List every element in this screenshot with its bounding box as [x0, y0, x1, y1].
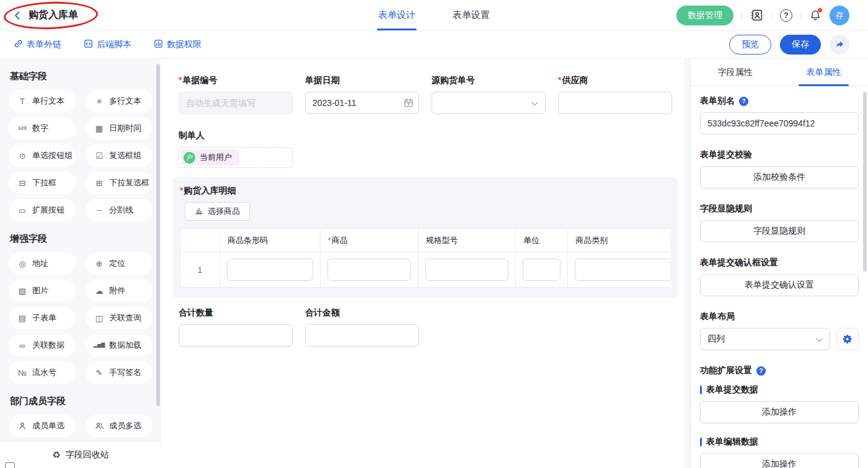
field-button-member-multi[interactable]: 成员多选 [86, 415, 153, 437]
field-button-label: 下拉框 [32, 177, 56, 188]
total-qty-input[interactable] [179, 324, 293, 347]
layout-settings-button[interactable] [836, 328, 859, 350]
field-button-label: 数据加载 [109, 340, 141, 351]
source-order-select[interactable] [432, 92, 546, 114]
submit-data-add-button[interactable]: 添加操作 [700, 401, 859, 423]
number-icon: 123 [17, 126, 27, 131]
detail-table-wrapper: 商品条形码 *商品 规格型号 单位 商品类别 1 [180, 228, 670, 288]
creator-value-box[interactable]: 户 当前用户 [179, 147, 293, 168]
field-button-label: 扩展按钮 [32, 205, 64, 216]
column-header-spec: 规格型号 [418, 229, 516, 252]
field-source-order[interactable]: 源购货单号 [432, 75, 546, 114]
top-header: 购货入库单 表单设计 表单设置 数据管理 ? 存 [0, 0, 868, 31]
field-doc-no[interactable]: *单据编号 [179, 75, 293, 114]
save-button[interactable]: 保存 [780, 35, 821, 55]
script-icon [84, 39, 93, 50]
spec-input[interactable] [425, 258, 509, 281]
visibility-rules-button[interactable]: 字段显隐规则 [700, 220, 859, 242]
field-button-locate[interactable]: ⊕定位 [86, 252, 153, 275]
source-order-label: 源购货单号 [432, 75, 475, 85]
field-button-single-line-text[interactable]: T单行文本 [9, 90, 76, 112]
external-link-action[interactable]: 表单外链 [14, 39, 61, 50]
field-button-label: 流水号 [32, 367, 56, 378]
divider [771, 11, 772, 20]
add-validation-button[interactable]: 添加校验条件 [700, 166, 859, 188]
field-button-extend-button[interactable]: ▭扩展按钮 [9, 199, 76, 221]
alias-help-icon[interactable]: ? [739, 97, 748, 106]
doc-date-label: 单据日期 [305, 75, 340, 85]
image-icon: ▧ [17, 287, 27, 295]
field-button-label: 数字 [32, 123, 48, 134]
field-button-label: 单行文本 [32, 95, 64, 107]
field-recycle-bin[interactable]: ♻ 字段回收站 [0, 442, 161, 468]
notification-dot [818, 8, 822, 12]
extension-help-icon[interactable]: ? [756, 366, 766, 376]
field-button-signature[interactable]: ✎手写签名 [86, 361, 153, 384]
edit-data-add-button[interactable]: 添加操作 [700, 453, 859, 468]
field-button-member-single[interactable]: 成员单选 [9, 415, 76, 437]
category-input[interactable] [575, 258, 670, 281]
notification-bell-icon[interactable] [809, 9, 822, 22]
index-column-header [180, 229, 220, 252]
sidebar-scrollbar[interactable] [156, 64, 160, 406]
product-input[interactable] [327, 258, 411, 281]
help-icon[interactable]: ? [780, 9, 792, 22]
current-user-tag[interactable]: 户 当前用户 [181, 149, 239, 166]
field-button-subform[interactable]: ▤子表单 [9, 307, 76, 329]
field-total-amount[interactable]: 合计金额 [305, 307, 419, 347]
field-button-select[interactable]: ⊟下拉框 [9, 172, 76, 194]
detail-title: 购货入库明细 [184, 185, 236, 195]
total-amount-input[interactable] [305, 324, 419, 347]
field-button-radio-group[interactable]: ⊙单选按钮组 [9, 144, 76, 167]
data-manage-button[interactable]: 数据管理 [676, 6, 733, 25]
field-button-image[interactable]: ▧图片 [9, 280, 76, 302]
basic-fields-grid: T单行文本 ≡多行文本 123数字 ▦日期时间 ⊙单选按钮组 ☑复选框组 ⊟下拉… [9, 90, 153, 221]
field-button-serial-number[interactable]: №流水号 [9, 361, 76, 384]
field-button-divider[interactable]: ┄分割线 [86, 199, 153, 221]
barcode-input[interactable] [227, 258, 313, 281]
panel-scrollbar[interactable] [863, 92, 867, 272]
tab-field-properties[interactable]: 字段属性 [691, 59, 779, 86]
select-product-button[interactable]: 选择商品 [185, 202, 250, 221]
preview-button[interactable]: 预览 [729, 35, 771, 55]
field-button-attachment[interactable]: ☁附件 [86, 280, 153, 302]
doc-no-input[interactable] [179, 92, 293, 114]
multi-select-icon: ⊞ [94, 179, 104, 187]
user-avatar[interactable]: 存 [830, 6, 849, 25]
tab-form-settings[interactable]: 表单设置 [453, 0, 490, 30]
field-button-label: 多行文本 [109, 95, 141, 107]
field-button-number[interactable]: 123数字 [9, 117, 76, 139]
contact-book-icon[interactable] [750, 9, 763, 22]
field-button-address[interactable]: ◎地址 [9, 252, 76, 275]
cell-unit [516, 252, 568, 288]
submit-confirm-button[interactable]: 表单提交确认设置 [700, 274, 859, 296]
field-button-multi-line-text[interactable]: ≡多行文本 [86, 90, 153, 112]
field-button-linked-query[interactable]: ◫关联查询 [86, 307, 153, 329]
linked-query-icon: ◫ [94, 314, 104, 322]
tab-form-design[interactable]: 表单设计 [378, 0, 415, 30]
data-permission-action[interactable]: 数据权限 [154, 39, 202, 50]
field-button-checkbox-group[interactable]: ☑复选框组 [86, 144, 153, 167]
supplier-input[interactable] [558, 92, 672, 114]
doc-date-input[interactable] [305, 92, 419, 114]
layout-select[interactable]: 四列 [700, 328, 830, 350]
unit-input[interactable] [523, 258, 560, 281]
field-supplier[interactable]: *供应商 [558, 75, 672, 114]
field-creator[interactable]: 制单人 户 当前用户 [179, 130, 675, 168]
field-button-multi-select[interactable]: ⊞下拉复选框 [86, 172, 153, 194]
back-icon[interactable] [12, 11, 22, 20]
detail-subform-section[interactable]: *购货入库明细 选择商品 商品条形码 *商品 规格型号 单位 [172, 177, 678, 298]
backend-script-action[interactable]: 后端脚本 [84, 39, 131, 50]
field-button-label: 日期时间 [109, 123, 141, 134]
share-button[interactable] [830, 35, 849, 55]
form-alias-input[interactable] [700, 112, 859, 135]
field-button-label: 单选按钮组 [32, 150, 73, 161]
field-button-linked-data[interactable]: ∞关联数据 [9, 334, 76, 356]
tab-form-properties[interactable]: 表单属性 [779, 59, 868, 86]
field-total-qty[interactable]: 合计数量 [179, 307, 293, 347]
recycle-label: 字段回收站 [66, 449, 109, 461]
field-button-data-load[interactable]: ▂▅▇数据加载 [86, 334, 153, 356]
field-doc-date[interactable]: 单据日期 [305, 75, 419, 114]
supplier-label: 供应商 [562, 75, 588, 85]
field-button-datetime[interactable]: ▦日期时间 [86, 117, 153, 139]
